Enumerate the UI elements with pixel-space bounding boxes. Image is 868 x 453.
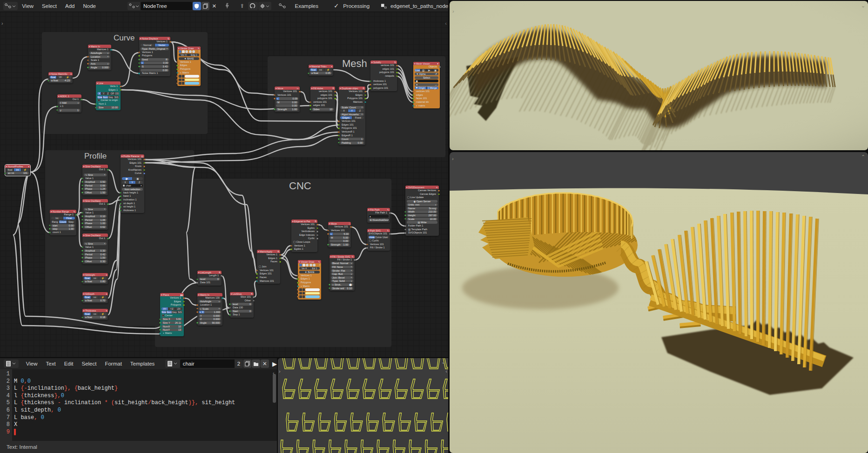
svg-text:›: ›: [452, 156, 454, 161]
svg-text:›: ›: [452, 8, 454, 14]
svg-text:⌃: ⌃: [861, 154, 865, 160]
svg-text:⌄: ⌄: [861, 3, 865, 8]
